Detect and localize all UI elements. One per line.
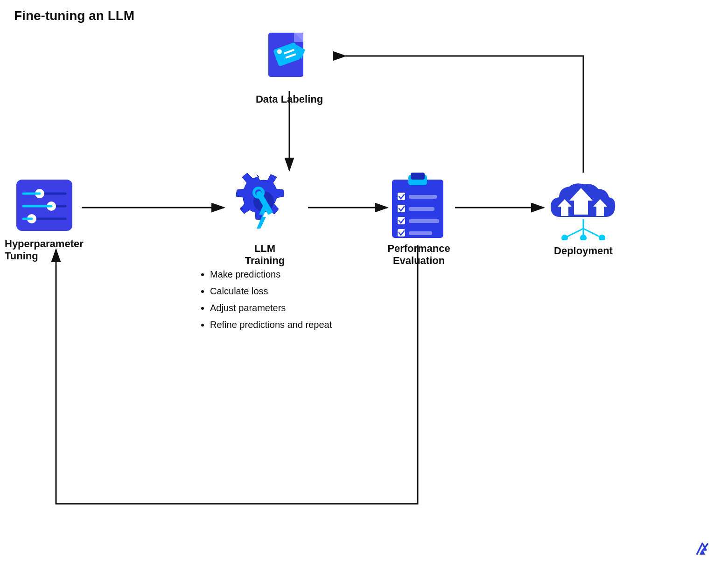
svg-rect-29	[409, 207, 434, 211]
watermark-icon	[693, 540, 712, 558]
bullet-item: Adjust parameters	[210, 299, 332, 316]
bullet-item: Calculate loss	[210, 283, 332, 299]
svg-point-43	[599, 235, 605, 240]
hyperparameter-icon	[14, 177, 75, 233]
bullet-item: Refine predictions and repeat	[210, 316, 332, 333]
deployment-label: Deployment	[553, 245, 614, 257]
performance-evaluation-icon	[387, 170, 448, 240]
svg-point-41	[561, 235, 568, 240]
performance-evaluation-label: Performance Evaluation	[378, 243, 460, 267]
svg-point-42	[580, 235, 587, 240]
data-labeling-label: Data Labeling	[247, 93, 331, 105]
svg-rect-33	[409, 231, 432, 235]
data-labeling-icon	[259, 26, 320, 86]
bullet-item: Make predictions	[210, 266, 332, 283]
deployment-icon	[546, 175, 621, 240]
arrows-diagram	[0, 0, 728, 570]
llm-training-bullets: Make predictionsCalculate lossAdjust par…	[201, 266, 332, 333]
svg-rect-27	[409, 195, 437, 199]
hyperparameter-label: Hyperparameter Tuning	[5, 238, 86, 262]
page-title: Fine-tuning an LLM	[14, 8, 134, 23]
svg-rect-25	[411, 173, 425, 180]
svg-rect-31	[409, 219, 439, 223]
llm-training-label: LLM Training	[233, 243, 296, 267]
llm-training-icon	[229, 168, 299, 238]
